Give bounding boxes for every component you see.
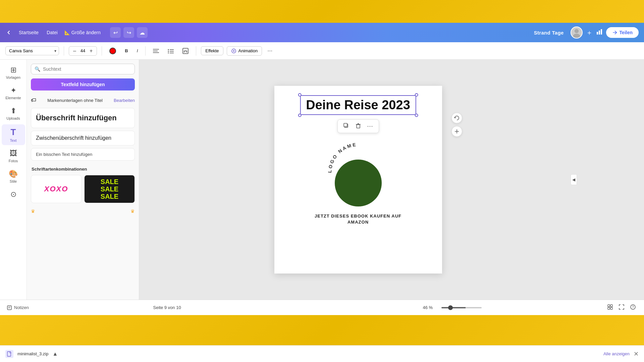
- svg-point-12: [168, 52, 169, 53]
- resize-handle-tr[interactable]: [415, 93, 418, 97]
- sidebar-item-stile[interactable]: 🎨 Stile: [2, 167, 25, 186]
- add-subheading-option[interactable]: Zwischenüberschrift hinzufügen: [31, 131, 135, 145]
- share-button[interactable]: Teilen: [606, 27, 639, 38]
- add-body-option[interactable]: Ein bisschen Text hinzufügen: [31, 148, 135, 161]
- svg-rect-26: [7, 306, 11, 310]
- svg-rect-29: [608, 305, 610, 307]
- more-options-button[interactable]: ···: [265, 46, 274, 56]
- search-icon: 🔍: [35, 66, 40, 72]
- alle-anzeigen-link[interactable]: Alle anzeigen: [603, 351, 630, 356]
- sidebar-label-text: Text: [10, 138, 16, 142]
- sidebar-item-more[interactable]: ⊙: [2, 187, 25, 201]
- grosse-button[interactable]: 📐 Größe ändern: [64, 30, 101, 35]
- home-link[interactable]: Startseite: [19, 30, 39, 35]
- animation-button[interactable]: Animation: [227, 46, 262, 56]
- back-button[interactable]: [5, 29, 12, 36]
- list-button[interactable]: [165, 47, 176, 55]
- crown-icon-right: ♛: [130, 208, 135, 214]
- canvas-sidebar-toggle[interactable]: ◀: [571, 174, 577, 185]
- download-close-button[interactable]: ✕: [634, 350, 639, 358]
- svg-rect-32: [610, 307, 612, 309]
- font-family-select[interactable]: Canva Sans: [5, 46, 59, 55]
- more-text-options-button[interactable]: ···: [364, 121, 376, 131]
- delete-button[interactable]: [352, 121, 364, 131]
- svg-point-1: [573, 34, 580, 39]
- document-page: Deine Reise 2023 ···: [274, 86, 442, 274]
- undo-button[interactable]: ↩: [110, 27, 121, 38]
- sidebar-item-elemente[interactable]: ✦ Elemente: [2, 83, 25, 103]
- rotate-handle-2[interactable]: [451, 126, 462, 137]
- sidebar-item-vorlagen[interactable]: ⊞ Vorlagen: [2, 63, 25, 82]
- font-size-increase[interactable]: +: [88, 48, 94, 54]
- svg-rect-3: [599, 31, 600, 35]
- sidebar-label-elemente: Elemente: [5, 96, 21, 100]
- download-chevron[interactable]: ▲: [52, 351, 58, 357]
- svg-rect-30: [610, 305, 612, 307]
- font-combo-2[interactable]: SALE SALE SALE: [84, 175, 135, 203]
- svg-point-8: [168, 49, 169, 50]
- help-button[interactable]: ?: [629, 303, 637, 313]
- ebook-text-line2: AMAZON: [311, 219, 405, 225]
- add-collaborator-button[interactable]: ＋: [586, 28, 593, 37]
- zoom-slider[interactable]: [441, 307, 482, 308]
- canvas-area: Deine Reise 2023 ···: [139, 60, 577, 300]
- left-sidebar: ⊞ Vorlagen ✦ Elemente ⬆ Uploads T Text 🖼…: [0, 60, 27, 300]
- svg-rect-4: [601, 29, 602, 35]
- text-panel: 🔍 Textfeld hinzufügen 🏷 Markenunterlagen…: [27, 60, 139, 300]
- elemente-icon: ✦: [10, 86, 16, 95]
- ebook-text-line1: JETZT DIESES EBOOK KAUFEN AUF: [311, 213, 405, 219]
- text-element-container: Deine Reise 2023: [300, 95, 416, 115]
- brand-edit-link[interactable]: Bearbeiten: [114, 98, 135, 103]
- font-combo-1[interactable]: XOXO: [31, 175, 82, 203]
- font-combos-title: Schriftartenkombinationen: [27, 163, 139, 174]
- crown-area: ♛ ♛: [27, 207, 139, 215]
- text-color-button[interactable]: [107, 46, 119, 56]
- sidebar-item-text[interactable]: T Text: [2, 124, 25, 145]
- font-size-decrease[interactable]: –: [72, 48, 77, 54]
- font-size-control: – 44 +: [69, 46, 97, 56]
- xoxo-label: XOXO: [44, 185, 68, 193]
- resize-text-button[interactable]: [180, 47, 191, 55]
- font-size-value: 44: [79, 48, 87, 53]
- grid-view-button[interactable]: [606, 303, 614, 313]
- sidebar-label-uploads: Uploads: [6, 116, 20, 120]
- text-options: Überschrift hinzufügen Zwischenüberschri…: [27, 106, 139, 163]
- resize-handle-bl[interactable]: [298, 114, 301, 117]
- stile-icon: 🎨: [9, 170, 18, 178]
- sidebar-label-fotos: Fotos: [9, 159, 18, 163]
- svg-rect-2: [597, 32, 598, 35]
- font-family-select-wrap: Canva Sans: [5, 46, 59, 55]
- svg-text:?: ?: [632, 305, 634, 309]
- rotate-handle-1[interactable]: [451, 113, 462, 123]
- analytics-button[interactable]: [596, 28, 603, 37]
- user-avatar[interactable]: [571, 26, 583, 39]
- copy-button[interactable]: [340, 121, 352, 131]
- selected-text-box[interactable]: Deine Reise 2023: [300, 95, 416, 115]
- add-textfield-button[interactable]: Textfeld hinzufügen: [31, 78, 135, 90]
- sidebar-item-uploads[interactable]: ⬆ Uploads: [2, 104, 25, 123]
- effekte-button[interactable]: Effekte: [201, 46, 223, 55]
- sidebar-label-stile: Stile: [10, 179, 17, 183]
- bold-button[interactable]: B: [122, 47, 130, 55]
- text-icon: T: [11, 127, 16, 137]
- datei-menu[interactable]: Datei: [47, 30, 58, 35]
- text-float-toolbar: ···: [337, 119, 379, 133]
- italic-button[interactable]: I: [134, 47, 141, 55]
- search-input[interactable]: [43, 66, 131, 72]
- svg-point-17: [233, 50, 234, 52]
- svg-rect-20: [356, 125, 360, 128]
- right-panel: [577, 60, 644, 300]
- text-content: Deine Reise 2023: [306, 98, 410, 112]
- resize-handle-br[interactable]: [415, 114, 418, 117]
- align-button[interactable]: [150, 47, 162, 55]
- fullscreen-button[interactable]: [617, 303, 626, 313]
- add-heading-option[interactable]: Überschrift hinzufügen: [31, 108, 135, 128]
- sidebar-item-fotos[interactable]: 🖼 Fotos: [2, 146, 25, 166]
- logo-container: LOGO NAME: [325, 153, 392, 206]
- cloud-save-button[interactable]: ☁: [137, 27, 148, 38]
- logo-section: LOGO NAME JETZT DIESES EBOOK KAUFEN AUF …: [311, 153, 405, 225]
- resize-handle-tl[interactable]: [298, 93, 301, 97]
- notes-button[interactable]: Notizen: [7, 305, 29, 310]
- rotate-handles: [451, 113, 462, 137]
- redo-button[interactable]: ↪: [123, 27, 134, 38]
